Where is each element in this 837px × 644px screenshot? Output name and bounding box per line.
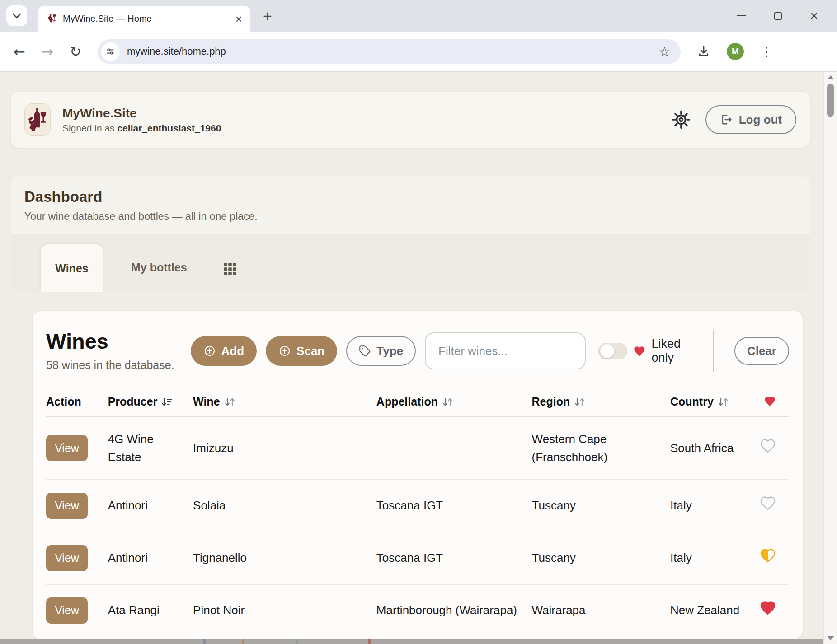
site-logo-icon <box>24 103 51 136</box>
signed-in-prefix: Signed in as <box>62 123 115 133</box>
window-maximize-button[interactable] <box>774 12 782 20</box>
tab-search-chevron-button[interactable] <box>6 5 27 26</box>
url-text[interactable]: mywine.site/home.php <box>127 46 651 57</box>
type-filter-button[interactable]: Type <box>346 336 416 366</box>
view-button[interactable]: View <box>46 597 88 624</box>
cell-producer: Antinori <box>108 480 193 532</box>
scan-wine-button[interactable]: Scan <box>266 336 337 366</box>
tab-wines[interactable]: Wines <box>41 244 103 292</box>
col-producer[interactable]: Producer <box>108 389 193 417</box>
scrollbar-up-arrow-icon[interactable] <box>828 75 834 79</box>
site-header: MyWine.Site Signed in as cellar_enthusia… <box>11 92 810 148</box>
cell-appellation: Toscana IGT <box>376 480 532 532</box>
cell-country: South Africa <box>670 417 755 480</box>
col-appellation[interactable]: Appellation <box>376 389 532 417</box>
toggle-knob <box>600 344 614 358</box>
cell-country: New Zealand <box>670 584 755 636</box>
cell-region: Tuscany <box>532 532 670 584</box>
scrollbar-down-arrow-icon[interactable] <box>828 636 834 640</box>
site-settings-icon[interactable] <box>101 42 120 61</box>
col-action: Action <box>46 389 108 417</box>
heart-icon[interactable] <box>760 443 776 457</box>
col-region[interactable]: Region <box>532 389 670 417</box>
sort-active-icon[interactable] <box>161 397 173 407</box>
site-favicon-icon <box>46 14 57 24</box>
table-row: View Antinori Tignanello Toscana IGT Tus… <box>46 532 789 584</box>
heart-icon[interactable] <box>760 553 776 566</box>
table-header-row: Action Producer Wine Appellation Region … <box>46 389 789 417</box>
col-country[interactable]: Country <box>670 389 755 417</box>
controls-divider <box>713 330 714 372</box>
scrollbar-thumb[interactable] <box>827 84 834 117</box>
bottom-strip-blip <box>242 639 244 644</box>
page-scrollbar[interactable] <box>823 72 837 644</box>
cell-region: Wairarapa <box>532 584 670 636</box>
settings-gear-icon[interactable] <box>671 110 691 130</box>
page-title: Dashboard <box>24 188 810 205</box>
add-wine-button[interactable]: Add <box>191 336 257 366</box>
sort-icon[interactable] <box>442 397 454 407</box>
cell-wine: Solaia <box>193 480 376 532</box>
grid-view-icon[interactable] <box>223 262 237 276</box>
sort-icon[interactable] <box>574 397 586 407</box>
browser-tab[interactable]: MyWine.Site — Home × <box>38 6 250 32</box>
site-identity: MyWine.Site Signed in as cellar_enthusia… <box>62 106 221 134</box>
cell-wine: Tignanello <box>193 532 376 584</box>
profile-avatar[interactable]: M <box>727 43 744 60</box>
cell-wine: Pinot Noir <box>193 584 376 636</box>
back-icon[interactable]: ← <box>14 45 25 59</box>
sort-icon[interactable] <box>717 397 730 407</box>
window-close-button[interactable]: × <box>810 9 818 23</box>
dashboard-hero: Dashboard Your wine database and bottles… <box>11 176 810 234</box>
cell-producer: Ata Rangi <box>108 584 193 636</box>
wines-panel: Wines 58 wines in the database. Add Scan <box>33 311 803 639</box>
logout-button[interactable]: Log out <box>705 105 796 134</box>
tag-icon <box>359 345 371 357</box>
add-label: Add <box>221 344 245 358</box>
cell-region: Tuscany <box>532 480 670 532</box>
window-controls: × <box>737 0 837 32</box>
window-minimize-button[interactable] <box>737 15 746 16</box>
tab-close-icon[interactable]: × <box>235 13 242 25</box>
cell-producer: 4G Wine Estate <box>108 417 193 480</box>
circle-plus-icon <box>278 345 291 357</box>
liked-only-toggle[interactable] <box>598 343 627 359</box>
wines-count: 58 wines in the database. <box>46 359 174 372</box>
reload-icon[interactable]: ↻ <box>70 45 81 59</box>
clear-filters-button[interactable]: Clear <box>734 337 789 365</box>
cell-wine: Imizuzu <box>193 417 376 480</box>
cell-producer: Antinori <box>108 532 193 584</box>
tab-title: MyWine.Site — Home <box>63 14 230 24</box>
heart-icon[interactable] <box>760 500 776 514</box>
table-row: View Antinori Solaia Toscana IGT Tuscany… <box>46 480 789 532</box>
signed-in-username: cellar_enthusiast_1960 <box>117 123 221 133</box>
new-tab-button[interactable]: + <box>263 7 272 25</box>
col-liked <box>755 389 789 417</box>
table-row: View Ata Rangi Pinot Noir Martinborough … <box>46 584 789 636</box>
signed-in-text: Signed in as cellar_enthusiast_1960 <box>62 123 221 134</box>
site-title: MyWine.Site <box>62 106 221 121</box>
tab-bar: Wines My bottles <box>11 234 810 292</box>
dashboard-section: Dashboard Your wine database and bottles… <box>11 176 810 292</box>
downloads-icon[interactable] <box>697 45 710 58</box>
browser-tab-strip: MyWine.Site — Home × + × <box>0 0 837 32</box>
scan-label: Scan <box>296 344 324 358</box>
address-bar[interactable]: mywine.site/home.php ☆ <box>98 39 681 64</box>
browser-menu-icon[interactable]: ⋮ <box>760 44 773 59</box>
chevron-down-icon <box>12 13 21 19</box>
bookmark-star-icon[interactable]: ☆ <box>658 44 671 60</box>
forward-icon[interactable]: → <box>42 45 53 59</box>
tab-my-bottles[interactable]: My bottles <box>131 261 187 274</box>
view-button[interactable]: View <box>46 435 88 461</box>
heart-icon[interactable] <box>760 605 776 619</box>
browser-toolbar: ← → ↻ mywine.site/home.php ☆ M ⋮ <box>0 32 837 72</box>
filter-wines-input[interactable] <box>425 332 586 369</box>
cell-region: Western Cape (Franschhoek) <box>532 417 670 480</box>
logout-icon <box>720 113 733 126</box>
col-wine[interactable]: Wine <box>193 389 376 417</box>
view-button[interactable]: View <box>46 493 88 519</box>
view-button[interactable]: View <box>46 545 88 571</box>
page-body: MyWine.Site Signed in as cellar_enthusia… <box>0 72 837 644</box>
circle-plus-icon <box>203 345 216 357</box>
sort-icon[interactable] <box>224 397 236 407</box>
